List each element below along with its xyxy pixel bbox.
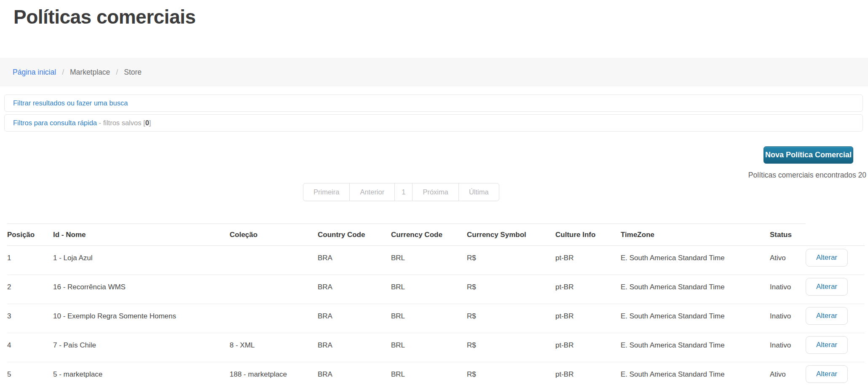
- breadcrumb-separator: /: [62, 68, 64, 77]
- cell-timezone: E. South America Standard Time: [621, 275, 770, 304]
- cell-position: 2: [7, 275, 53, 304]
- cell-currency-code: BRL: [391, 333, 467, 362]
- policies-table: Posição Id - Nome Coleção Country Code C…: [7, 224, 865, 388]
- col-header-currency-symbol: Currency Symbol: [467, 224, 555, 246]
- cell-country-code: BRA: [318, 246, 391, 275]
- col-header-id-nome: Id - Nome: [53, 224, 230, 246]
- filter-search-label: Filtrar resultados ou fazer uma busca: [13, 99, 128, 107]
- cell-timezone: E. South America Standard Time: [621, 304, 770, 333]
- trade-policies-page: Políticas comerciais Página inicial / Ma…: [0, 0, 868, 388]
- cell-action: Alterar: [806, 362, 865, 388]
- cell-culture-info: pt-BR: [555, 333, 621, 362]
- table-row: 1 1 - Loja Azul BRA BRL R$ pt-BR E. Sout…: [7, 246, 865, 275]
- page-title: Políticas comerciais: [13, 5, 196, 29]
- cell-currency-code: BRL: [391, 304, 467, 333]
- col-header-posicao: Posição: [7, 224, 53, 246]
- cell-status: Ativo: [770, 246, 806, 275]
- cell-id-name: 16 - Recorrência WMS: [53, 275, 230, 304]
- cell-action: Alterar: [806, 275, 865, 304]
- table-row: 2 16 - Recorrência WMS BRA BRL R$ pt-BR …: [7, 275, 865, 304]
- cell-status: Inativo: [770, 275, 806, 304]
- table-row: 5 5 - marketplace 188 - marketplace BRA …: [7, 362, 865, 388]
- filter-search-bar[interactable]: Filtrar resultados ou fazer uma busca: [4, 94, 863, 112]
- breadcrumb-item-marketplace: Marketplace: [70, 68, 110, 77]
- quick-filters-label: Filtros para consulta rápida: [13, 119, 97, 127]
- breadcrumb: Página inicial / Marketplace / Store: [0, 58, 868, 86]
- cell-currency-symbol: R$: [467, 333, 555, 362]
- cell-collection: [230, 246, 318, 275]
- cell-status: Inativo: [770, 304, 806, 333]
- cell-action: Alterar: [806, 246, 865, 275]
- cell-culture-info: pt-BR: [555, 246, 621, 275]
- cell-currency-symbol: R$: [467, 304, 555, 333]
- col-header-action: [806, 224, 865, 246]
- col-header-colecao: Coleção: [230, 224, 318, 246]
- cell-currency-code: BRL: [391, 246, 467, 275]
- cell-id-name: 10 - Exemplo Regra Somente Homens: [53, 304, 230, 333]
- cell-position: 4: [7, 333, 53, 362]
- results-summary: Políticas comerciais encontrados 20: [748, 171, 866, 180]
- cell-currency-code: BRL: [391, 362, 467, 388]
- cell-culture-info: pt-BR: [555, 362, 621, 388]
- pagination-previous[interactable]: Anterior: [349, 183, 394, 201]
- cell-country-code: BRA: [318, 333, 391, 362]
- pagination: Primeira Anterior 1 Próxima Última: [303, 183, 499, 201]
- pagination-first[interactable]: Primeira: [303, 183, 349, 201]
- alterar-button[interactable]: Alterar: [806, 336, 848, 354]
- cell-collection: 188 - marketplace: [230, 362, 318, 388]
- cell-timezone: E. South America Standard Time: [621, 246, 770, 275]
- alterar-button[interactable]: Alterar: [806, 278, 848, 296]
- cell-position: 5: [7, 362, 53, 388]
- cell-action: Alterar: [806, 304, 865, 333]
- cell-id-name: 7 - País Chile: [53, 333, 230, 362]
- cell-country-code: BRA: [318, 304, 391, 333]
- table-row: 4 7 - País Chile 8 - XML BRA BRL R$ pt-B…: [7, 333, 865, 362]
- pagination-current-page[interactable]: 1: [394, 183, 412, 201]
- cell-position: 3: [7, 304, 53, 333]
- col-header-status: Status: [770, 224, 806, 246]
- alterar-button[interactable]: Alterar: [806, 307, 848, 325]
- cell-id-name: 1 - Loja Azul: [53, 246, 230, 275]
- cell-culture-info: pt-BR: [555, 275, 621, 304]
- pagination-next[interactable]: Próxima: [412, 183, 458, 201]
- saved-filters-text: - filtros salvos [: [97, 119, 145, 127]
- cell-currency-code: BRL: [391, 275, 467, 304]
- quick-filters-bar[interactable]: Filtros para consulta rápida - filtros s…: [4, 114, 863, 132]
- cell-position: 1: [7, 246, 53, 275]
- alterar-button[interactable]: Alterar: [806, 365, 848, 383]
- cell-status: Ativo: [770, 362, 806, 388]
- col-header-timezone: TimeZone: [621, 224, 770, 246]
- col-header-country-code: Country Code: [318, 224, 391, 246]
- saved-filters-count: 0: [145, 119, 149, 127]
- col-header-currency-code: Currency Code: [391, 224, 467, 246]
- cell-culture-info: pt-BR: [555, 304, 621, 333]
- cell-currency-symbol: R$: [467, 362, 555, 388]
- cell-collection: 8 - XML: [230, 333, 318, 362]
- cell-action: Alterar: [806, 333, 865, 362]
- table-row: 3 10 - Exemplo Regra Somente Homens BRA …: [7, 304, 865, 333]
- cell-timezone: E. South America Standard Time: [621, 362, 770, 388]
- pagination-last[interactable]: Última: [458, 183, 499, 201]
- cell-id-name: 5 - marketplace: [53, 362, 230, 388]
- cell-collection: [230, 304, 318, 333]
- cell-status: Inativo: [770, 333, 806, 362]
- breadcrumb-item-store: Store: [124, 68, 142, 77]
- cell-currency-symbol: R$: [467, 275, 555, 304]
- cell-timezone: E. South America Standard Time: [621, 333, 770, 362]
- cell-collection: [230, 275, 318, 304]
- cell-country-code: BRA: [318, 275, 391, 304]
- col-header-culture-info: Culture Info: [555, 224, 621, 246]
- saved-filters-text-close: ]: [149, 119, 151, 127]
- cell-currency-symbol: R$: [467, 246, 555, 275]
- table-header-row: Posição Id - Nome Coleção Country Code C…: [7, 224, 865, 246]
- breadcrumb-link-home[interactable]: Página inicial: [13, 68, 56, 77]
- cell-country-code: BRA: [318, 362, 391, 388]
- breadcrumb-separator: /: [116, 68, 118, 77]
- new-policy-button[interactable]: Nova Política Comercial: [764, 146, 853, 164]
- alterar-button[interactable]: Alterar: [806, 249, 848, 267]
